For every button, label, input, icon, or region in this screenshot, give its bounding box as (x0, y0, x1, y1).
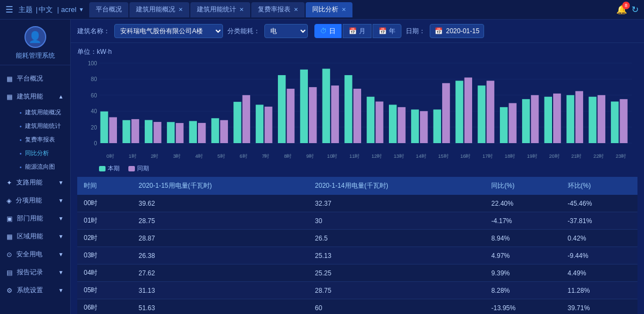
nav-label: 支路用能 (16, 178, 42, 187)
bar-current (122, 120, 130, 143)
top-bar: ☰ 主题 | 中文 | acrel ▼ 平台概况建筑用能概况✕建筑用能统计✕复费… (0, 0, 644, 20)
table-cell: 01时 (77, 212, 132, 230)
svg-text:60: 60 (91, 93, 97, 98)
x-axis-label: 13时 (394, 153, 404, 159)
lang-label[interactable]: 中文 (39, 5, 53, 15)
bar-current (500, 107, 507, 143)
sidebar-sub-item-建筑用能统计[interactable]: 建筑用能统计 (13, 119, 70, 133)
sidebar-item-platform[interactable]: ▦ 平台概况 (0, 70, 70, 88)
chevron-icon: ▼ (58, 198, 64, 204)
bar-current (411, 109, 419, 143)
table-cell: 28.87 (132, 230, 308, 247)
chevron-icon: ▲ (58, 94, 64, 100)
table-header-cell: 同比(%) (485, 177, 561, 195)
user-chevron[interactable]: ▼ (78, 7, 84, 13)
bar-current (589, 97, 596, 143)
btn-month[interactable]: 📅 月 (343, 24, 371, 38)
date-btn-group: ⏱ 日 📅 月 📅 年 (314, 24, 401, 38)
sidebar-item-safety[interactable]: ⊙ 安全用电 ▼ (0, 245, 70, 263)
bar-previous (553, 94, 561, 143)
top-bar-right: 🔔 8 ↻ (616, 4, 639, 15)
x-axis-label: 6时 (240, 153, 247, 159)
sidebar-item-division[interactable]: ◈ 分项用能 ▼ (0, 192, 70, 210)
avatar-icon: 👤 (28, 30, 42, 44)
bar-chart-svg: 0204060801000时1时2时3时4时5时6时7时8时9时10时11时12… (77, 59, 637, 162)
category-label: 分类能耗： (227, 27, 260, 36)
table-row: 00时39.6232.3722.40%-45.46% (77, 195, 637, 212)
sidebar-item-support[interactable]: ✦ 支路用能 ▼ (0, 174, 70, 192)
bar-previous (465, 77, 472, 143)
sidebar-sub-item-能源流向图[interactable]: 能源流向图 (13, 160, 70, 174)
tab-同比分析[interactable]: 同比分析✕ (306, 2, 352, 17)
table-cell: -45.46% (561, 195, 637, 212)
table-cell: 26.5 (308, 230, 485, 247)
bar-current (455, 81, 463, 143)
table-cell: 04时 (77, 264, 132, 282)
calendar-icon: 📅 (435, 27, 443, 35)
bar-previous (109, 117, 117, 143)
tab-label: 平台概况 (96, 5, 122, 14)
category-select[interactable]: 电 (264, 24, 308, 38)
svg-text:20: 20 (91, 125, 97, 131)
tab-平台概况[interactable]: 平台概况 (89, 2, 128, 17)
tab-close-icon[interactable]: ✕ (342, 7, 346, 13)
sidebar-item-reports[interactable]: ▤ 报告记录 ▼ (0, 263, 70, 281)
x-axis-label: 12时 (371, 153, 382, 159)
nav-icon: ▤ (7, 269, 13, 276)
btn-hour[interactable]: ⏱ 日 (314, 24, 342, 38)
tab-close-icon[interactable]: ✕ (178, 7, 183, 13)
date-display[interactable]: 📅 2020-01-15 (430, 24, 484, 38)
bar-current (300, 70, 308, 143)
sidebar-item-dept[interactable]: ▣ 部门用能 ▼ (0, 210, 70, 227)
tab-close-icon[interactable]: ✕ (239, 7, 244, 13)
tab-list: 平台概况建筑用能概况✕建筑用能统计✕复费率报表✕同比分析✕ (89, 2, 616, 17)
nav-label: 报告记录 (17, 268, 43, 277)
chevron-icon: ▼ (58, 180, 64, 186)
refresh-icon[interactable]: ↻ (631, 4, 639, 15)
nav-label: 建筑用能 (17, 92, 43, 101)
table-cell: 8.94% (485, 230, 561, 247)
bar-current (189, 121, 197, 143)
sidebar-item-settings[interactable]: ⚙ 系统设置 ▼ (0, 281, 70, 299)
tab-建筑用能概况[interactable]: 建筑用能概况✕ (129, 2, 189, 17)
bar-previous (176, 123, 183, 143)
tab-复费率报表[interactable]: 复费率报表✕ (251, 2, 305, 17)
btn-year[interactable]: 📅 年 (373, 24, 401, 38)
bar-previous (264, 107, 272, 143)
bar-current (389, 104, 397, 143)
sidebar-sub-item-同比分析[interactable]: 同比分析 (13, 146, 70, 160)
sidebar-item-region[interactable]: ▦ 区域用能 ▼ (0, 227, 70, 245)
table-row: 01时28.7530-4.17%-37.81% (77, 212, 637, 230)
bar-current (367, 97, 374, 143)
nav-label: 系统设置 (17, 286, 43, 295)
sidebar-item-building-energy[interactable]: ▦ 建筑用能 ▲ (0, 88, 70, 106)
menu-icon[interactable]: ☰ (5, 4, 13, 15)
sidebar-sub-item-建筑用能概况[interactable]: 建筑用能概况 (13, 106, 70, 119)
table-cell: 27.62 (132, 264, 308, 282)
tab-close-icon[interactable]: ✕ (294, 7, 298, 13)
bell-icon[interactable]: 🔔 8 (616, 4, 627, 15)
chevron-icon: ▼ (58, 269, 64, 275)
bar-current (544, 97, 552, 143)
sub-item-label: 能源流向图 (25, 163, 55, 171)
sidebar-sub-item-复费率报表[interactable]: 复费率报表 (13, 133, 70, 146)
table-cell: 25.25 (308, 264, 485, 282)
x-axis-label: 9时 (306, 153, 314, 159)
building-select[interactable]: 安科瑞电气股份有限公司A楼 (114, 24, 223, 38)
svg-text:80: 80 (91, 76, 97, 82)
table-cell: 9.39% (485, 264, 561, 282)
bar-previous (243, 95, 250, 143)
table-cell: 30 (308, 212, 485, 230)
table-cell: 39.71% (561, 299, 637, 315)
x-axis-label: 10时 (327, 153, 337, 159)
table-cell: 22.40% (485, 195, 561, 212)
theme-label: 主题 (18, 5, 33, 15)
tab-label: 复费率报表 (258, 5, 290, 14)
table-row: 06时51.6360-13.95%39.71% (77, 299, 637, 315)
table-cell: 4.49% (561, 264, 637, 282)
table-cell: -4.17% (485, 212, 561, 230)
bar-current (211, 118, 219, 143)
legend-previous-label: 同期 (137, 164, 149, 173)
tab-建筑用能统计[interactable]: 建筑用能统计✕ (190, 2, 250, 17)
building-label: 建筑名称： (77, 27, 110, 36)
